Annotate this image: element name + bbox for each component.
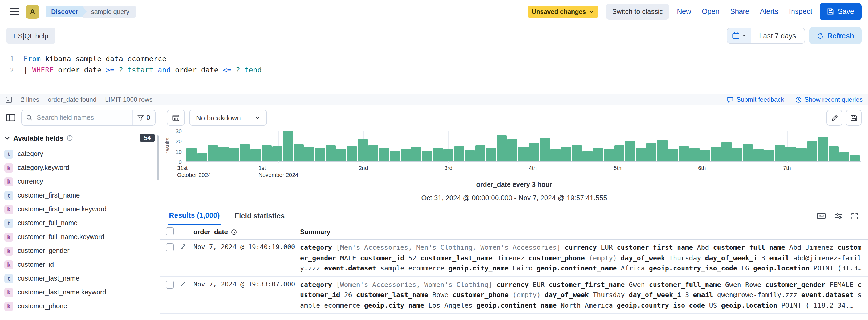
tab-field-statistics[interactable]: Field statistics: [234, 207, 286, 225]
histogram-bar[interactable]: [507, 139, 518, 161]
field-item-customer_gender[interactable]: kcustomer_gender: [0, 244, 160, 258]
available-fields-header[interactable]: Available fields 54: [0, 126, 160, 147]
histogram-bar[interactable]: [828, 146, 838, 161]
order-date-column-header[interactable]: order_date: [193, 228, 228, 236]
field-item-customer_first_name[interactable]: tcustomer_first_name: [0, 189, 160, 202]
histogram-bar[interactable]: [614, 145, 624, 161]
histogram-bar[interactable]: [261, 145, 272, 161]
histogram-bar[interactable]: [711, 147, 721, 161]
breadcrumb-page[interactable]: sample query: [82, 6, 135, 17]
query-line[interactable]: 1From kibana_sample_data_ecommerce: [0, 53, 868, 64]
histogram-bar[interactable]: [604, 149, 614, 161]
field-search-input[interactable]: [36, 114, 129, 122]
histogram-bar[interactable]: [315, 148, 325, 161]
histogram-bar[interactable]: [818, 137, 828, 161]
display-options-icon[interactable]: [834, 212, 842, 220]
histogram-bar[interactable]: [454, 146, 464, 161]
field-item-category.keyword[interactable]: kcategory.keyword: [0, 161, 160, 174]
histogram-bar[interactable]: [293, 144, 304, 161]
time-range-value[interactable]: Last 7 days: [750, 32, 804, 40]
histogram-bar[interactable]: [229, 148, 240, 161]
collapse-sidebar-icon[interactable]: [4, 111, 17, 124]
header-link-alerts[interactable]: Alerts: [760, 7, 778, 15]
field-item-customer_full_name[interactable]: tcustomer_full_name: [0, 216, 160, 230]
quick-select-button[interactable]: [727, 28, 750, 43]
histogram-bar[interactable]: [240, 144, 250, 161]
histogram-bar[interactable]: [486, 148, 496, 161]
breakdown-select[interactable]: No breakdown: [189, 110, 267, 126]
save-button[interactable]: Save: [819, 3, 862, 20]
histogram-bar[interactable]: [433, 148, 443, 161]
histogram-bar[interactable]: [839, 152, 849, 161]
cell-order-date[interactable]: Nov 7, 2024 @ 19:40:19.000: [193, 242, 300, 252]
edit-visualization-button[interactable]: [827, 110, 842, 126]
breadcrumb-app[interactable]: Discover: [46, 6, 87, 17]
unsaved-changes-badge[interactable]: Unsaved changes: [527, 6, 598, 17]
histogram-bar[interactable]: [668, 149, 678, 161]
histogram-bar[interactable]: [753, 149, 764, 161]
field-item-customer_last_name.keyword[interactable]: kcustomer_last_name.keyword: [0, 285, 160, 299]
summary-column-header[interactable]: Summary: [300, 228, 330, 236]
header-link-share[interactable]: Share: [730, 7, 749, 15]
histogram-bar[interactable]: [497, 135, 507, 161]
recent-queries-link[interactable]: Show recent queries: [795, 96, 863, 103]
submit-feedback-link[interactable]: Submit feedback: [727, 96, 784, 103]
histogram-bar[interactable]: [368, 145, 379, 161]
esql-editor[interactable]: 1From kibana_sample_data_ecommerce2| WHE…: [0, 48, 868, 94]
histogram-bar[interactable]: [186, 148, 197, 161]
header-link-inspect[interactable]: Inspect: [789, 7, 812, 15]
histogram-bar[interactable]: [358, 139, 368, 161]
histogram-bar[interactable]: [796, 148, 806, 161]
histogram-bar[interactable]: [679, 146, 689, 161]
query-line[interactable]: 2| WHERE order_date >= ?_tstart and orde…: [0, 64, 868, 75]
histogram-bar[interactable]: [539, 138, 550, 161]
histogram-bar[interactable]: [561, 147, 571, 161]
histogram-bar[interactable]: [475, 145, 486, 161]
histogram-bar[interactable]: [390, 151, 400, 161]
histogram-bar[interactable]: [336, 149, 346, 161]
histogram-bar[interactable]: [304, 147, 314, 161]
histogram-bar[interactable]: [807, 141, 817, 161]
histogram-bar[interactable]: [775, 145, 785, 161]
histogram-bar[interactable]: [582, 151, 592, 161]
histogram-bar[interactable]: [625, 141, 635, 161]
histogram-bar[interactable]: [326, 145, 336, 161]
histogram-bar[interactable]: [518, 147, 528, 161]
histogram-bar[interactable]: [411, 147, 421, 161]
histogram-bar[interactable]: [657, 140, 668, 161]
switch-to-classic-button[interactable]: Switch to classic: [606, 3, 669, 20]
histogram-bar[interactable]: [732, 148, 742, 161]
histogram-bar[interactable]: [465, 150, 475, 161]
histogram-bar[interactable]: [218, 147, 228, 161]
field-item-currency[interactable]: kcurrency: [0, 174, 160, 189]
esql-help-button[interactable]: ES|QL help: [6, 28, 55, 44]
histogram-bar[interactable]: [379, 148, 389, 161]
row-checkbox[interactable]: [166, 243, 174, 251]
histogram-bar[interactable]: [743, 144, 753, 161]
cell-summary[interactable]: category [Men's Accessories, Men's Cloth…: [300, 242, 862, 274]
histogram-bar[interactable]: [347, 146, 357, 161]
header-link-open[interactable]: Open: [702, 7, 719, 15]
keyboard-shortcuts-icon[interactable]: [817, 212, 826, 220]
histogram-bar[interactable]: [283, 131, 293, 161]
header-link-new[interactable]: New: [677, 7, 691, 15]
field-item-customer_first_name.keyword[interactable]: kcustomer_first_name.keyword: [0, 202, 160, 216]
info-icon[interactable]: [67, 135, 73, 141]
field-item-customer_id[interactable]: kcustomer_id: [0, 258, 160, 271]
histogram-bar[interactable]: [764, 150, 774, 161]
expand-document-icon[interactable]: [180, 243, 193, 250]
chart-options-button[interactable]: [167, 110, 185, 126]
histogram-bar[interactable]: [721, 142, 732, 161]
field-item-customer_last_name[interactable]: tcustomer_last_name: [0, 271, 160, 285]
sidebar-scrollbar[interactable]: [157, 135, 159, 180]
refresh-button[interactable]: Refresh: [809, 27, 862, 44]
histogram-bar[interactable]: [443, 149, 454, 161]
cell-order-date[interactable]: Nov 7, 2024 @ 19:33:07.000: [193, 279, 300, 289]
field-filter-button[interactable]: 0: [132, 110, 155, 125]
histogram-bar[interactable]: [550, 149, 560, 161]
histogram-bar[interactable]: [272, 146, 282, 161]
histogram-bar[interactable]: [593, 148, 603, 161]
histogram-bar[interactable]: [251, 149, 261, 161]
histogram-bar[interactable]: [689, 148, 700, 161]
tab-results[interactable]: Results (1,000): [168, 207, 221, 225]
